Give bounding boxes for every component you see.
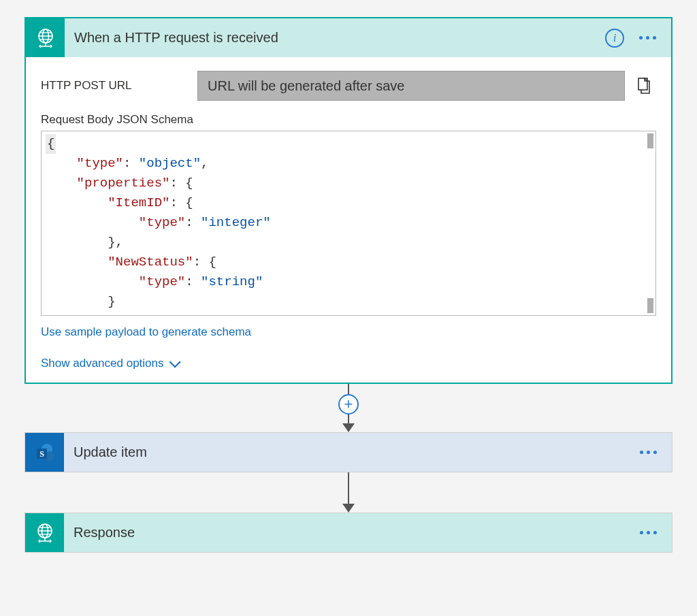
advanced-options-label: Show advanced options: [41, 357, 164, 370]
trigger-title: When a HTTP request is received: [65, 30, 605, 46]
connector: [25, 472, 672, 513]
trigger-http-request-card: When a HTTP request is received i HTTP P…: [25, 17, 672, 384]
more-menu-icon[interactable]: [637, 527, 660, 538]
response-header[interactable]: Response: [25, 513, 672, 552]
response-title: Response: [64, 525, 637, 540]
arrow-down-icon: [342, 423, 355, 432]
copy-url-button[interactable]: [632, 77, 656, 95]
arrow-down-icon: [342, 504, 355, 513]
scrollbar-icon[interactable]: [647, 133, 653, 148]
more-menu-icon[interactable]: [637, 447, 660, 458]
more-menu-icon[interactable]: [636, 32, 659, 44]
http-post-url-placeholder: URL will be generated after save: [208, 78, 404, 94]
chevron-down-icon: [169, 356, 180, 368]
trigger-header[interactable]: When a HTTP request is received i: [26, 18, 671, 57]
http-globe-icon: [26, 18, 65, 57]
svg-text:S: S: [39, 449, 44, 459]
response-card[interactable]: Response: [25, 513, 672, 553]
scrollbar-icon[interactable]: [647, 298, 653, 313]
sharepoint-icon: S: [25, 433, 64, 472]
connector: +: [25, 384, 672, 432]
update-item-title: Update item: [64, 444, 637, 460]
http-post-url-field: URL will be generated after save: [197, 71, 625, 101]
add-step-button[interactable]: +: [338, 394, 359, 415]
http-globe-icon: [25, 513, 64, 552]
schema-label: Request Body JSON Schema: [41, 113, 656, 127]
update-item-card[interactable]: S Update item: [25, 432, 672, 472]
schema-editor[interactable]: { "type": "object", "properties": { "Ite…: [41, 131, 656, 316]
http-post-url-label: HTTP POST URL: [41, 79, 197, 93]
info-icon[interactable]: i: [605, 29, 624, 48]
show-advanced-options-link[interactable]: Show advanced options: [41, 357, 178, 370]
trigger-body: HTTP POST URL URL will be generated afte…: [26, 57, 671, 383]
sample-payload-link[interactable]: Use sample payload to generate schema: [41, 325, 251, 339]
update-item-header[interactable]: S Update item: [25, 433, 672, 472]
